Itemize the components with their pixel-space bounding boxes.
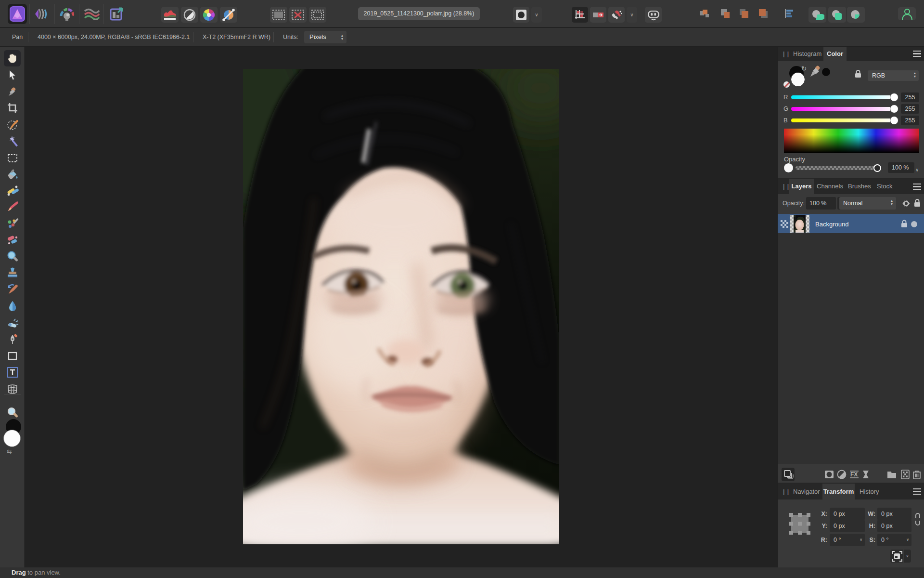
svg-text:FX: FX	[850, 471, 858, 478]
